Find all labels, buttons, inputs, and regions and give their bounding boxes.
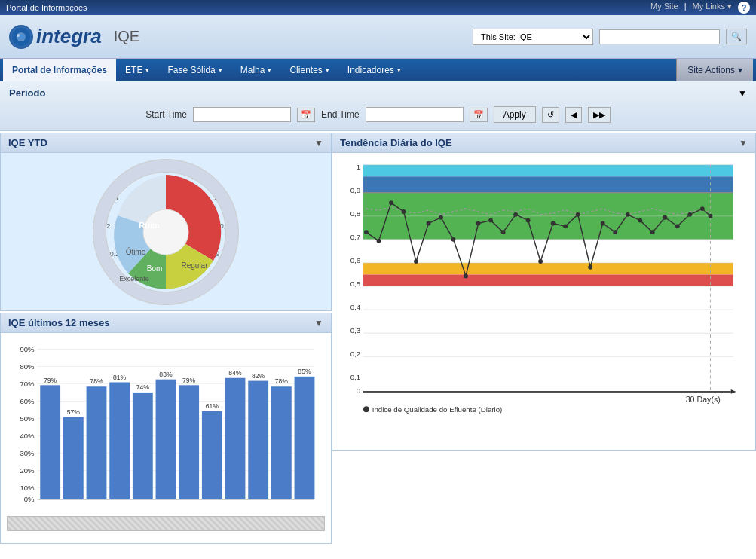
right-column: Tendência Diária do IQE ▼ 1 0,9 0,8 0,7 … bbox=[332, 131, 756, 544]
svg-rect-54 bbox=[179, 385, 199, 499]
svg-text:Indice de Qualidade do Efluent: Indice de Qualidade do Efluente (Diario) bbox=[372, 405, 503, 414]
bar-chart-area: 90% 80% 70% 60% 50% 40% 30% 20% 10% 0% bbox=[0, 333, 332, 544]
svg-text:90%: 90% bbox=[20, 345, 35, 353]
refresh-button[interactable]: ↺ bbox=[542, 107, 559, 123]
svg-text:10%: 10% bbox=[20, 484, 35, 492]
svg-point-123 bbox=[687, 212, 692, 217]
svg-text:57%: 57% bbox=[67, 408, 81, 416]
left-column: IQE YTD ▼ 0,5 0,6 0,7 0,8 0,9 1 1,0 0,2 … bbox=[0, 131, 332, 544]
svg-point-114 bbox=[576, 212, 580, 217]
start-time-label: Start Time bbox=[145, 109, 187, 120]
svg-rect-52 bbox=[156, 380, 176, 499]
svg-rect-50 bbox=[133, 393, 153, 499]
nav-ete-arrow: ▾ bbox=[145, 66, 149, 74]
iqe-label: IQE bbox=[114, 28, 139, 45]
logo-icon bbox=[9, 25, 33, 49]
site-actions-button[interactable]: Site Actions ▾ bbox=[676, 59, 753, 81]
prev-button[interactable]: ◀ bbox=[565, 107, 582, 123]
svg-point-115 bbox=[588, 265, 592, 270]
svg-text:0,5: 0,5 bbox=[350, 280, 361, 288]
trend-title: Tendência Diária do IQE bbox=[340, 137, 452, 148]
start-calendar-button[interactable]: 📅 bbox=[297, 108, 315, 122]
my-site-link[interactable]: My Site bbox=[650, 2, 678, 14]
trend-header: Tendência Diária do IQE ▼ bbox=[332, 133, 756, 153]
top-bar: Portal de Informações My Site | My Links… bbox=[0, 0, 756, 15]
svg-point-113 bbox=[563, 224, 568, 228]
trend-chart: 1 0,9 0,8 0,7 0,6 0,5 0,4 0,3 0,2 0,1 0 bbox=[338, 159, 749, 415]
nav-clientes-arrow: ▾ bbox=[326, 66, 329, 74]
svg-point-124 bbox=[700, 206, 705, 211]
svg-rect-83 bbox=[363, 286, 733, 393]
svg-text:50%: 50% bbox=[20, 414, 35, 423]
svg-text:78%: 78% bbox=[90, 377, 103, 385]
calendar-icon: 📅 bbox=[301, 110, 311, 119]
svg-text:85%: 85% bbox=[298, 368, 311, 375]
period-collapse-arrow[interactable]: ▼ bbox=[738, 88, 747, 99]
end-time-input[interactable] bbox=[366, 107, 464, 122]
svg-point-121 bbox=[663, 215, 667, 220]
svg-point-117 bbox=[613, 230, 617, 234]
svg-text:83%: 83% bbox=[159, 371, 173, 378]
iqe-12months-title: IQE últimos 12 meses bbox=[8, 317, 109, 328]
nav-malha[interactable]: Malha ▾ bbox=[231, 59, 281, 81]
nav-fase-solida[interactable]: Fase Sólida ▾ bbox=[158, 59, 231, 81]
scrollbar[interactable] bbox=[7, 516, 325, 531]
svg-text:20%: 20% bbox=[20, 466, 35, 475]
nav-indicadores[interactable]: Indicadores ▾ bbox=[338, 59, 410, 81]
svg-text:0,8: 0,8 bbox=[350, 209, 361, 218]
nav-ete[interactable]: ETE ▾ bbox=[116, 59, 158, 81]
svg-point-105 bbox=[464, 274, 468, 279]
nav-fase-solida-arrow: ▾ bbox=[219, 66, 222, 74]
search-input[interactable] bbox=[599, 29, 720, 44]
iqe-12months-arrow[interactable]: ▼ bbox=[314, 318, 323, 328]
nav-clientes[interactable]: Clientes ▾ bbox=[280, 59, 338, 81]
svg-rect-58 bbox=[225, 378, 246, 499]
site-actions-arrow: ▾ bbox=[738, 65, 742, 75]
svg-point-112 bbox=[551, 221, 556, 226]
svg-rect-42 bbox=[40, 385, 60, 499]
svg-text:81%: 81% bbox=[113, 374, 127, 381]
svg-text:61%: 61% bbox=[206, 402, 219, 410]
svg-point-109 bbox=[513, 212, 518, 217]
svg-point-99 bbox=[389, 200, 393, 205]
header-right: This Site: IQE 🔍 bbox=[473, 29, 747, 45]
svg-rect-62 bbox=[271, 386, 292, 499]
iqe-ytd-arrow[interactable]: ▼ bbox=[314, 138, 323, 148]
svg-rect-48 bbox=[109, 383, 130, 499]
site-select[interactable]: This Site: IQE bbox=[473, 29, 593, 45]
next-button[interactable]: ▶▶ bbox=[588, 107, 611, 123]
top-nav: My Site | My Links ▾ ? bbox=[650, 2, 750, 14]
svg-text:30 Day(s): 30 Day(s) bbox=[686, 395, 721, 404]
svg-point-125 bbox=[709, 214, 713, 218]
search-icon: 🔍 bbox=[731, 32, 742, 41]
end-calendar-icon: 📅 bbox=[473, 110, 484, 119]
svg-point-108 bbox=[501, 230, 506, 234]
nav-portal[interactable]: Portal de Informações bbox=[3, 59, 116, 81]
svg-text:Bom: Bom bbox=[147, 264, 163, 273]
svg-point-110 bbox=[526, 218, 531, 223]
svg-text:Ótimo: Ótimo bbox=[126, 247, 146, 256]
svg-text:Excelente: Excelente bbox=[119, 275, 149, 283]
my-links-link[interactable]: My Links ▾ bbox=[693, 2, 732, 14]
svg-rect-81 bbox=[363, 263, 733, 275]
trend-arrow[interactable]: ▼ bbox=[739, 138, 748, 148]
header: integra IQE This Site: IQE 🔍 bbox=[0, 15, 756, 59]
help-icon[interactable]: ? bbox=[738, 2, 750, 14]
period-controls: Start Time 📅 End Time 📅 Apply ↺ ◀ ▶▶ bbox=[9, 102, 747, 127]
logo-text: integra bbox=[36, 25, 102, 48]
iqe-ytd-chart-area: 0,5 0,6 0,7 0,8 0,9 1 1,0 0,2 0,2 0,3 0,… bbox=[0, 153, 332, 311]
nav-malha-label: Malha bbox=[240, 65, 265, 75]
svg-text:70%: 70% bbox=[20, 380, 35, 388]
start-time-input[interactable] bbox=[193, 107, 291, 122]
apply-button[interactable]: Apply bbox=[494, 106, 536, 123]
svg-text:0,7: 0,7 bbox=[350, 233, 361, 241]
search-button[interactable]: 🔍 bbox=[726, 29, 747, 44]
svg-point-97 bbox=[364, 230, 369, 234]
svg-point-127 bbox=[363, 406, 369, 412]
nav-malha-arrow: ▾ bbox=[268, 66, 271, 74]
end-calendar-button[interactable]: 📅 bbox=[470, 108, 488, 122]
svg-point-118 bbox=[626, 212, 630, 217]
svg-point-122 bbox=[675, 224, 680, 228]
svg-rect-60 bbox=[248, 381, 268, 499]
site-actions-label: Site Actions bbox=[687, 65, 735, 75]
